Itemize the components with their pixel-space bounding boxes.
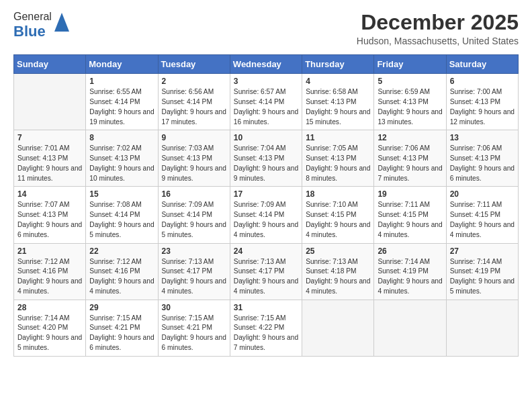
day-detail: Sunrise: 7:15 AMSunset: 4:21 PMDaylight:… [162,314,226,353]
calendar-cell [446,300,518,356]
month-title: December 2025 [357,11,519,34]
day-detail: Sunrise: 7:15 AMSunset: 4:22 PMDaylight:… [234,314,298,353]
calendar-cell: 7Sunrise: 7:01 AMSunset: 4:13 PMDaylight… [14,130,86,187]
day-detail: Sunrise: 7:05 AMSunset: 4:13 PMDaylight:… [306,144,370,183]
calendar-cell: 5Sunrise: 6:59 AMSunset: 4:13 PMDaylight… [374,74,446,130]
day-number: 26 [378,246,442,256]
calendar-week-row: 21Sunrise: 7:12 AMSunset: 4:16 PMDayligh… [14,243,519,300]
calendar-cell: 17Sunrise: 7:09 AMSunset: 4:14 PMDayligh… [230,187,302,243]
day-detail: Sunrise: 6:58 AMSunset: 4:13 PMDaylight:… [306,87,370,127]
location: Hudson, Massachusetts, United States [357,36,519,46]
day-detail: Sunrise: 7:07 AMSunset: 4:13 PMDaylight:… [17,200,82,240]
day-number: 19 [378,189,442,199]
day-number: 7 [17,133,82,142]
calendar-cell: 21Sunrise: 7:12 AMSunset: 4:16 PMDayligh… [14,243,86,300]
day-detail: Sunrise: 7:14 AMSunset: 4:19 PMDaylight:… [378,257,442,297]
calendar-week-row: 28Sunrise: 7:14 AMSunset: 4:20 PMDayligh… [14,300,519,356]
title-block: December 2025 Hudson, Massachusetts, Uni… [357,11,519,46]
header-saturday: Saturday [446,55,518,74]
calendar-cell: 18Sunrise: 7:10 AMSunset: 4:15 PMDayligh… [302,187,374,243]
day-detail: Sunrise: 7:06 AMSunset: 4:13 PMDaylight:… [450,144,515,183]
day-number: 15 [89,189,154,199]
calendar-cell: 28Sunrise: 7:14 AMSunset: 4:20 PMDayligh… [14,300,86,356]
calendar-cell: 30Sunrise: 7:15 AMSunset: 4:21 PMDayligh… [158,300,230,356]
day-number: 8 [89,133,154,142]
day-number: 9 [162,133,226,142]
day-detail: Sunrise: 7:11 AMSunset: 4:15 PMDaylight:… [378,200,442,240]
day-number: 27 [450,246,515,256]
day-number: 23 [162,246,226,256]
day-detail: Sunrise: 7:10 AMSunset: 4:15 PMDaylight:… [306,200,370,240]
logo-general-text: General [13,11,52,22]
day-detail: Sunrise: 6:57 AMSunset: 4:14 PMDaylight:… [234,87,298,127]
day-detail: Sunrise: 7:12 AMSunset: 4:16 PMDaylight:… [89,257,154,297]
day-detail: Sunrise: 7:09 AMSunset: 4:14 PMDaylight:… [234,200,298,240]
day-detail: Sunrise: 7:15 AMSunset: 4:21 PMDaylight:… [89,314,154,353]
day-number: 30 [162,303,226,312]
day-number: 31 [234,303,298,312]
calendar-cell: 26Sunrise: 7:14 AMSunset: 4:19 PMDayligh… [374,243,446,300]
calendar-cell: 16Sunrise: 7:09 AMSunset: 4:14 PMDayligh… [158,187,230,243]
logo: General Blue [13,11,69,40]
calendar-cell [302,300,374,356]
calendar-cell: 31Sunrise: 7:15 AMSunset: 4:22 PMDayligh… [230,300,302,356]
day-number: 13 [450,133,515,142]
calendar-cell: 3Sunrise: 6:57 AMSunset: 4:14 PMDaylight… [230,74,302,130]
day-detail: Sunrise: 7:14 AMSunset: 4:20 PMDaylight:… [17,314,82,353]
day-detail: Sunrise: 7:09 AMSunset: 4:14 PMDaylight:… [162,200,226,240]
day-number: 4 [306,77,370,86]
header-thursday: Thursday [302,55,374,74]
day-number: 12 [378,133,442,142]
calendar-cell: 19Sunrise: 7:11 AMSunset: 4:15 PMDayligh… [374,187,446,243]
calendar-week-row: 1Sunrise: 6:55 AMSunset: 4:14 PMDaylight… [14,74,519,130]
calendar-cell [14,74,86,130]
day-detail: Sunrise: 7:00 AMSunset: 4:13 PMDaylight:… [450,87,515,127]
day-detail: Sunrise: 7:02 AMSunset: 4:13 PMDaylight:… [89,144,154,183]
day-detail: Sunrise: 7:13 AMSunset: 4:18 PMDaylight:… [306,257,370,297]
day-number: 24 [234,246,298,256]
calendar-cell: 6Sunrise: 7:00 AMSunset: 4:13 PMDaylight… [446,74,518,130]
calendar-cell: 27Sunrise: 7:14 AMSunset: 4:19 PMDayligh… [446,243,518,300]
day-detail: Sunrise: 6:56 AMSunset: 4:14 PMDaylight:… [162,87,226,127]
day-detail: Sunrise: 6:55 AMSunset: 4:14 PMDaylight:… [89,87,154,127]
calendar-cell [374,300,446,356]
day-number: 1 [89,77,154,86]
calendar-cell: 1Sunrise: 6:55 AMSunset: 4:14 PMDaylight… [86,74,158,130]
day-number: 16 [162,189,226,199]
day-number: 10 [234,133,298,142]
calendar-cell: 29Sunrise: 7:15 AMSunset: 4:21 PMDayligh… [86,300,158,356]
logo-blue-text: Blue [13,23,46,40]
day-detail: Sunrise: 7:06 AMSunset: 4:13 PMDaylight:… [378,144,442,183]
day-detail: Sunrise: 7:04 AMSunset: 4:13 PMDaylight:… [234,144,298,183]
calendar-week-row: 7Sunrise: 7:01 AMSunset: 4:13 PMDaylight… [14,130,519,187]
day-number: 20 [450,189,515,199]
day-number: 29 [89,303,154,312]
day-number: 5 [378,77,442,86]
day-number: 11 [306,133,370,142]
calendar-cell: 14Sunrise: 7:07 AMSunset: 4:13 PMDayligh… [14,187,86,243]
page-header: General Blue December 2025 Hudson, Massa… [13,11,519,46]
calendar-cell: 25Sunrise: 7:13 AMSunset: 4:18 PMDayligh… [302,243,374,300]
day-detail: Sunrise: 7:03 AMSunset: 4:13 PMDaylight:… [162,144,226,183]
calendar-cell: 13Sunrise: 7:06 AMSunset: 4:13 PMDayligh… [446,130,518,187]
day-number: 28 [17,303,82,312]
day-number: 21 [17,246,82,256]
svg-marker-0 [54,13,69,32]
header-friday: Friday [374,55,446,74]
day-number: 3 [234,77,298,86]
calendar-cell: 2Sunrise: 6:56 AMSunset: 4:14 PMDaylight… [158,74,230,130]
calendar-cell: 23Sunrise: 7:13 AMSunset: 4:17 PMDayligh… [158,243,230,300]
day-number: 17 [234,189,298,199]
calendar-week-row: 14Sunrise: 7:07 AMSunset: 4:13 PMDayligh… [14,187,519,243]
day-detail: Sunrise: 7:12 AMSunset: 4:16 PMDaylight:… [17,257,82,297]
day-detail: Sunrise: 6:59 AMSunset: 4:13 PMDaylight:… [378,87,442,127]
day-detail: Sunrise: 7:01 AMSunset: 4:13 PMDaylight:… [17,144,82,183]
day-number: 22 [89,246,154,256]
calendar-cell: 11Sunrise: 7:05 AMSunset: 4:13 PMDayligh… [302,130,374,187]
calendar-header-row: SundayMondayTuesdayWednesdayThursdayFrid… [14,55,519,74]
calendar-cell: 12Sunrise: 7:06 AMSunset: 4:13 PMDayligh… [374,130,446,187]
calendar-cell: 8Sunrise: 7:02 AMSunset: 4:13 PMDaylight… [86,130,158,187]
header-sunday: Sunday [14,55,86,74]
day-detail: Sunrise: 7:13 AMSunset: 4:17 PMDaylight:… [162,257,226,297]
day-detail: Sunrise: 7:11 AMSunset: 4:15 PMDaylight:… [450,200,515,240]
